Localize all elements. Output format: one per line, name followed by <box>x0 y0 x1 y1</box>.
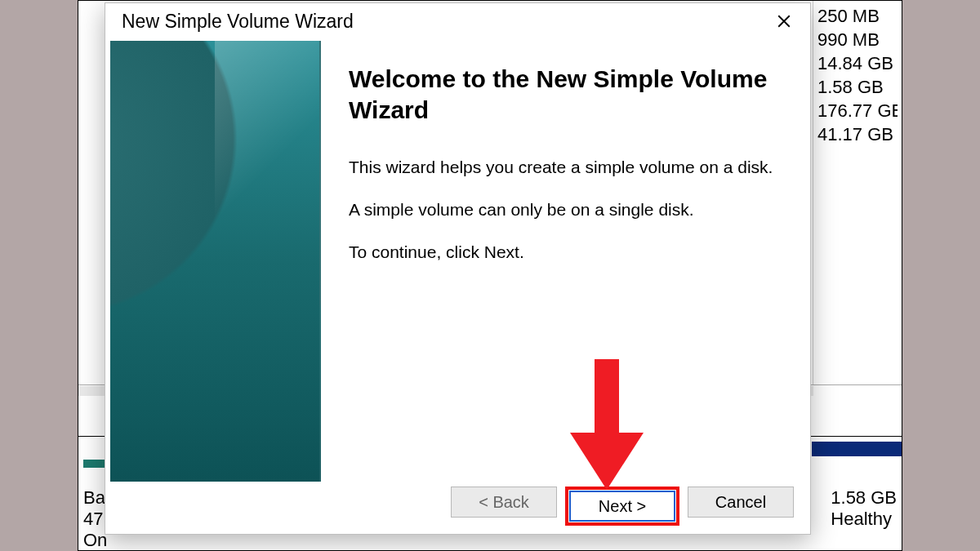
size-cell: 990 MB <box>817 28 898 51</box>
size-cell: 14.84 GB <box>817 51 898 75</box>
size-cell: 1.58 GB <box>817 75 898 99</box>
partition-bar <box>812 442 902 456</box>
size-cell: 250 MB <box>817 4 898 28</box>
next-button[interactable]: Next > <box>569 491 675 522</box>
wizard-text: A simple volume can only be on a single … <box>349 198 777 222</box>
size-cell: 176.77 GB <box>817 99 898 122</box>
column-divider <box>813 1 813 384</box>
annotation-highlight: Next > <box>565 487 679 526</box>
wizard-body: Welcome to the New Simple Volume Wizard … <box>105 39 810 487</box>
cancel-button[interactable]: Cancel <box>688 487 794 518</box>
wizard-text: To continue, click Next. <box>349 240 777 264</box>
wizard-titlebar[interactable]: New Simple Volume Wizard <box>105 3 810 39</box>
disk-color-chip <box>83 460 106 468</box>
wizard-title: New Simple Volume Wizard <box>122 11 354 33</box>
back-button[interactable]: < Back <box>451 487 557 518</box>
close-icon[interactable] <box>768 5 800 38</box>
disk-info-right: 1.58 GB Healthy <box>831 487 897 530</box>
size-cell: 41.17 GB <box>817 122 898 146</box>
wizard-sidebar-graphic <box>110 41 321 482</box>
wizard-heading: Welcome to the New Simple Volume Wizard <box>349 64 777 126</box>
wizard-text: This wizard helps you create a simple vo… <box>349 155 777 180</box>
wizard-footer: < Back Next > Cancel <box>451 487 794 526</box>
size-column: 250 MB 990 MB 14.84 GB 1.58 GB 176.77 GB… <box>817 4 898 146</box>
new-simple-volume-wizard-dialog: New Simple Volume Wizard Welcome to the … <box>105 2 811 535</box>
wizard-content: Welcome to the New Simple Volume Wizard … <box>321 39 810 487</box>
